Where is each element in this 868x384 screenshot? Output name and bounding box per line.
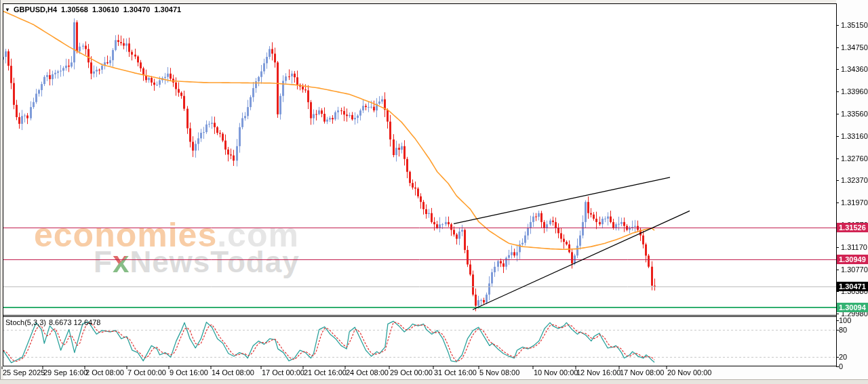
stoch-level-label: 20: [839, 353, 847, 361]
price-badge-target: 1.30094: [837, 303, 868, 312]
time-tick-label: 24 Oct 08:00: [346, 368, 389, 377]
time-tick-label: 5 Nov 08:00: [479, 368, 519, 377]
time-tick-label: 21 Oct 16:00: [304, 368, 347, 377]
price-tick-label: 1.32370: [841, 176, 868, 184]
time-tick-label: 20 Nov 00:00: [667, 368, 711, 377]
price-chart-canvas[interactable]: [0, 0, 868, 384]
time-tick-label: 14 Oct 08:00: [212, 368, 254, 377]
indicator-label: Stoch(5,3,3)8.6673 12.6478: [5, 318, 100, 326]
time-tick-label: 31 Oct 16:00: [434, 368, 477, 377]
price-tick-label: 1.31970: [841, 198, 868, 207]
time-tick-label: 17 Nov 08:00: [620, 368, 664, 377]
time-tick-label: 9 Oct 16:00: [170, 368, 208, 377]
time-tick-label: 29 Sep 16:00: [43, 368, 87, 377]
time-tick-label: 25 Sep 2025: [3, 368, 45, 377]
time-tick-label: 7 Oct 00:00: [127, 368, 166, 377]
time-tick-label: 2 Oct 08:00: [85, 368, 124, 377]
ohlc-open: 1.30568: [61, 5, 88, 14]
price-tick-label: 1.35150: [841, 21, 868, 29]
stoch-level-label: 100: [839, 316, 851, 324]
price-tick-label: 1.32760: [841, 154, 868, 163]
price-tick-label: 1.33560: [841, 110, 868, 118]
price-badge-support-resistance: 1.30949: [837, 255, 868, 264]
collapse-icon[interactable]: ▼: [5, 7, 10, 13]
indicator-values: 8.6673 12.6478: [49, 318, 100, 326]
price-tick-label: 1.33960: [841, 87, 868, 95]
price-badge-resistance: 1.31526: [837, 223, 868, 232]
symbol-ohlc-label: ▼GBPUSD,H41.305681.306101.304701.30471: [5, 5, 181, 14]
time-tick-label: 12 Nov 16:00: [576, 368, 620, 377]
price-tick-label: 1.34360: [841, 65, 868, 73]
time-tick-label: 17 Oct 00:00: [262, 368, 304, 377]
ohlc-low: 1.30470: [123, 5, 151, 14]
price-tick-label: 1.34750: [841, 43, 868, 51]
price-tick-label: 1.33160: [841, 132, 868, 140]
ohlc-high: 1.30610: [92, 5, 119, 14]
price-tick-label: 1.31170: [841, 243, 867, 251]
indicator-name: Stoch(5,3,3): [5, 318, 46, 326]
time-tick-label: 29 Oct 00:00: [390, 368, 433, 377]
chart-window: economies.com FxNewsToday ▼GBPUSD,H41.30…: [0, 0, 868, 384]
time-tick-label: 10 Nov 00:00: [534, 368, 578, 377]
stoch-level-label: 80: [839, 326, 847, 334]
ohlc-close: 1.30471: [154, 5, 181, 14]
price-tick-label: 1.30770: [841, 265, 868, 274]
stoch-level-label: 0: [839, 362, 843, 370]
symbol-name: GBPUSD,H4: [14, 5, 57, 14]
price-badge-current-price: 1.30471: [837, 282, 868, 291]
